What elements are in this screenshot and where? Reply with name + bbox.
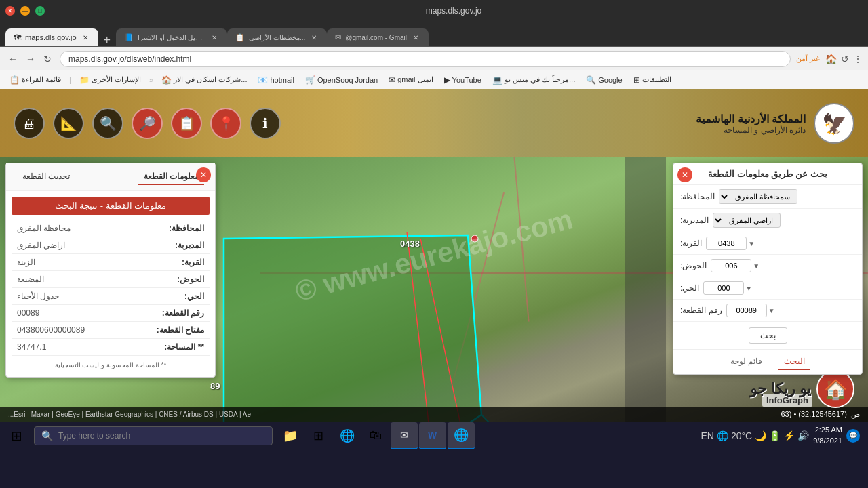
taskbar-app-word[interactable]: W xyxy=(419,422,446,449)
refresh-button[interactable]: ↺ xyxy=(841,54,849,64)
tab-plans-close[interactable]: ✕ xyxy=(309,33,319,42)
taskbar-app-explorer[interactable]: 📁 xyxy=(277,422,304,449)
print-tool-button[interactable]: 🖨 xyxy=(14,108,45,139)
volume-icon: 🔊 xyxy=(797,430,809,441)
window-minimize-button[interactable]: — xyxy=(20,6,30,16)
menu-button[interactable]: ⋮ xyxy=(853,54,863,64)
housing-icon: 🏠 xyxy=(161,75,172,85)
windows-logo-icon: ⊞ xyxy=(11,428,22,444)
language-icon: EN xyxy=(701,430,713,441)
start-button[interactable]: ⊞ xyxy=(3,422,30,449)
neighborhood-arrow: ▼ xyxy=(745,285,752,292)
governorate-select[interactable]: سمحافظة المفرق xyxy=(719,189,797,204)
field-value-directorate: اراضي المفرق xyxy=(12,237,125,254)
bookmark-other[interactable]: 📁 الإشارات الأخرى xyxy=(75,74,145,86)
tab-maps-favicon: 🗺 xyxy=(14,33,21,41)
taskbar-app-mail[interactable]: ✉ xyxy=(391,422,418,449)
search-button[interactable]: بحث xyxy=(749,327,787,344)
forward-button[interactable]: → xyxy=(23,52,38,66)
main-parcel-polygon[interactable] xyxy=(224,235,481,422)
tab-gmail-close[interactable]: ✕ xyxy=(411,33,420,42)
form-row-neighborhood: ▼ 000 الحي: xyxy=(673,277,862,300)
notification-button[interactable]: 💬 xyxy=(846,429,860,443)
taskbar-search-icon: 🔍 xyxy=(41,430,53,441)
tab-facebook[interactable]: 📘 فيسبوك - تسجيل الدخول أو الاشترا... ✕ xyxy=(116,28,227,46)
zoom-search-tool-button[interactable]: 🔎 xyxy=(132,108,163,139)
form-row-governorate: سمحافظة المفرق المحافظة: xyxy=(673,185,862,209)
taskbar-app-store[interactable]: 🛍 xyxy=(362,422,389,449)
tab-maps-close[interactable]: ✕ xyxy=(81,33,90,42)
taskbar-app-edge[interactable]: 🌐 xyxy=(334,422,361,449)
window-close-button[interactable]: ✕ xyxy=(5,6,15,16)
bookmark-youtube[interactable]: ▶ YouTube xyxy=(440,74,486,86)
tab-facebook-favicon: 📘 xyxy=(124,33,134,42)
eurekajo-text: يو ريكا جو xyxy=(750,380,811,398)
tab-facebook-close[interactable]: ✕ xyxy=(210,33,219,42)
table-row-directorate: المديرية: اراضي المفرق xyxy=(12,237,210,254)
table-row-parcel-num: رقم القطعة: 00089 xyxy=(12,305,210,322)
back-button[interactable]: ← xyxy=(5,52,20,66)
bookmark-google[interactable]: 🔍 Google xyxy=(582,74,626,86)
bookmark-apps[interactable]: ⊞ التطبيقات xyxy=(629,74,675,86)
taskbar-search-box[interactable]: 🔍 Type here to search xyxy=(34,426,273,445)
basin-value: 006 xyxy=(711,259,751,272)
left-panel-close-button[interactable]: ✕ xyxy=(196,167,211,182)
bookmark-housing[interactable]: 🏠 شركات اسكان في الار... xyxy=(157,74,251,86)
tab-maps-label: maps.dls.gov.jo xyxy=(25,33,77,41)
neighborhood-input-group: ▼ 000 xyxy=(703,281,752,295)
apps-bm-icon: ⊞ xyxy=(633,75,640,85)
taskbar-app-taskview[interactable]: ⊞ xyxy=(305,422,332,449)
tab-plans[interactable]: 📋 مخططات الأراضي... ✕ xyxy=(227,28,327,46)
field-label-directorate: المديرية: xyxy=(125,237,210,254)
tab-maps[interactable]: 🗺 maps.dls.gov.jo ✕ xyxy=(5,28,98,46)
battery-icon: 🔋 xyxy=(769,430,781,441)
coordinates-bar: ص: (32.12545617) • (63 Esri | Maxar | Ge… xyxy=(0,407,868,422)
bookmark-gmail[interactable]: ✉ gmail ايميل xyxy=(384,74,437,86)
right-panel-title: بحث عن طريق معلومات القطعة xyxy=(673,163,862,185)
header-text: المملكة الأردنية الهاشمية دائرة الأراضي … xyxy=(696,113,806,135)
header-title: المملكة الأردنية الهاشمية xyxy=(696,113,806,125)
form-row-basin: ▼ 006 الحوض: xyxy=(673,255,862,277)
panel-tab-info[interactable]: معلومات القطعة xyxy=(138,169,204,185)
search-location-tool-button[interactable]: 🔍 xyxy=(92,108,123,139)
bookmark-opensooq[interactable]: 🛒 OpenSooq Jordan xyxy=(301,74,382,86)
footer-tab-map[interactable]: قائم لوحة xyxy=(725,354,768,370)
area-note: ** المساحة المحسوبة و ليست التسجيلية xyxy=(12,359,210,371)
system-clock[interactable]: 2:25 AM 9/8/2021 xyxy=(813,425,842,446)
neighborhood-value: 000 xyxy=(703,281,744,295)
bookmark-reading-list[interactable]: 📋 قائمة القراءة xyxy=(5,74,65,86)
other-bookmarks-icon: 📁 xyxy=(79,75,90,85)
field-label-area: ** المساحة: xyxy=(125,339,210,356)
address-input[interactable] xyxy=(60,51,791,67)
directorate-select[interactable]: اراضي المفرق xyxy=(713,213,781,228)
right-panel-close-button[interactable]: ✕ xyxy=(677,167,692,182)
parcel-input-val[interactable]: 00089 xyxy=(726,304,767,317)
map-area[interactable]: 🖨 📐 🔍 🔎 📋 📍 ℹ 🦅 المملكة الأردنية الهاشمي… xyxy=(0,89,868,422)
document-tool-button[interactable]: 📋 xyxy=(171,108,202,139)
directorate-label: المديرية: xyxy=(680,216,709,225)
tab-gmail[interactable]: ✉ @gmail.com - Gmail ✕ xyxy=(327,28,429,46)
reload-button[interactable]: ↻ xyxy=(41,52,54,66)
bookmark-hotmail-label: hotmail xyxy=(270,76,294,84)
tab-facebook-label: فيسبوك - تسجيل الدخول أو الاشترا... xyxy=(138,34,205,41)
tab-plans-favicon: 📋 xyxy=(235,33,245,42)
location-pin-tool-button[interactable]: 📍 xyxy=(210,108,241,139)
home-button[interactable]: 🏠 xyxy=(825,54,837,64)
new-tab-button[interactable]: + xyxy=(98,34,117,46)
window-maximize-button[interactable]: □ xyxy=(35,6,45,16)
field-label-governorate: المحافظة: xyxy=(125,220,210,237)
taskbar-search-placeholder: Type here to search xyxy=(58,431,130,441)
taskbar-app-chrome[interactable]: 🌐 xyxy=(448,422,475,449)
basin-arrow: ▼ xyxy=(753,262,760,270)
village-value: 0438 xyxy=(706,237,747,250)
clock-time: 2:25 AM xyxy=(813,425,842,435)
left-panel: ✕ تحديث القطعة معلومات القطعة معلومات ال… xyxy=(5,163,216,378)
ruler-tool-button[interactable]: 📐 xyxy=(53,108,84,139)
basin-input-group: ▼ 006 xyxy=(711,259,760,272)
info-tool-button[interactable]: ℹ xyxy=(250,108,281,139)
footer-tab-search[interactable]: البحث xyxy=(778,354,810,370)
panel-tab-update[interactable]: تحديث القطعة xyxy=(17,169,75,185)
parcel-info-table: المحافظة: محافظة المفرق المديرية: اراضي … xyxy=(12,220,210,356)
bookmark-hotmail[interactable]: 📧 hotmail xyxy=(254,74,298,86)
bookmark-fb[interactable]: 💻 مرحباً بك في ميس بو... xyxy=(488,74,579,86)
